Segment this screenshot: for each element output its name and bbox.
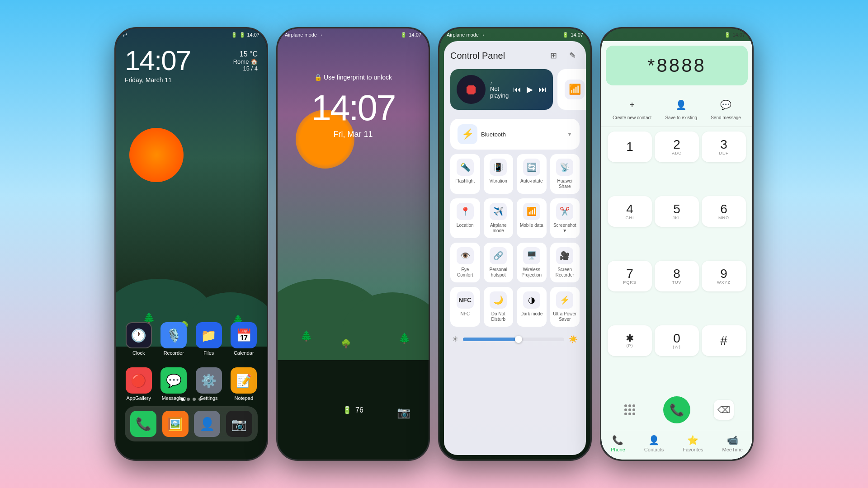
key-4[interactable]: 4 GHI — [608, 196, 652, 227]
app-messaging[interactable]: 💬 Messaging — [160, 367, 188, 401]
call-button[interactable]: 📞 — [655, 394, 699, 425]
cp-screenshot-icon: ✂️ — [556, 203, 573, 220]
key-9-num: 9 — [720, 267, 727, 280]
create-contact-action[interactable]: + Create new contact — [613, 96, 651, 120]
cp-wireless-proj-label: Wireless Projection — [519, 267, 544, 278]
cp-vibration-icon: 📳 — [490, 159, 507, 176]
cp-edit-icon[interactable]: ✎ — [565, 48, 580, 63]
cp-tile-screenshot[interactable]: ✂️ Screenshot ▼ — [550, 198, 580, 238]
app-calendar[interactable]: 📅 Calendar — [230, 322, 258, 356]
cp-tile-dnd[interactable]: 🌙 Do Not Disturb — [484, 287, 514, 327]
cp-tile-wireless-proj[interactable]: 🖥️ Wireless Projection — [517, 243, 547, 282]
cp-tile-huawei-share[interactable]: 📡 Huawei Share — [550, 154, 580, 194]
dock-photos[interactable]: 🖼️ — [161, 411, 190, 437]
cp-brightness-low-icon: ☀ — [452, 335, 458, 343]
cp-tile-hotspot[interactable]: 🔗 Personal hotspot — [484, 243, 514, 282]
cp-brightness-bar[interactable] — [463, 338, 564, 341]
keypad: 1 2 ABC 3 DEF 4 GHI 5 JKL — [601, 127, 752, 392]
status-bar-dialer: ← 🔋 14:07 — [601, 28, 752, 41]
cp-hotspot-label: Personal hotspot — [486, 267, 511, 278]
cp-wlan-tile[interactable]: 📶 WLAN — [557, 69, 586, 110]
send-message-action[interactable]: 💬 Send message — [711, 96, 741, 120]
key-6[interactable]: 6 MNO — [702, 196, 746, 227]
phone-home: 🌲 🌲 🌳 🌳 ⇄ 🔋 🔋 14:07 14:07 Friday, March … — [114, 27, 268, 461]
cp-tile-eye-comfort[interactable]: 👁️ Eye Comfort — [450, 243, 480, 282]
key-hash[interactable]: # — [702, 325, 746, 356]
delete-button[interactable]: ⌫ — [702, 394, 746, 425]
app-settings[interactable]: ⚙️ Settings — [195, 367, 223, 401]
cp-grid-icon[interactable]: ⊞ — [546, 48, 561, 63]
key-hash-num: # — [720, 334, 727, 347]
dialer-status-right: 🔋 14:07 — [724, 32, 745, 38]
key-2[interactable]: 2 ABC — [655, 131, 699, 162]
save-existing-label: Save to existing — [665, 115, 697, 120]
key-star-num: ✱ — [626, 333, 634, 343]
key-5[interactable]: 5 JKL — [655, 196, 699, 227]
cp-media-player[interactable]: ⏺ ♪ Not playing ⏮ ▶ ⏭ — [450, 69, 553, 110]
lock-date: Fri, Mar 11 — [278, 130, 429, 139]
dialer-back-arrow[interactable]: ← — [609, 32, 613, 38]
key-8[interactable]: 8 TUV — [655, 261, 699, 291]
cp-tile-flashlight[interactable]: 🔦 Flashlight — [450, 154, 480, 194]
cp-huawei-share-icon: 📡 — [556, 159, 573, 176]
nav-favorites-label: Favorites — [683, 447, 703, 452]
cp-grid-row3: 👁️ Eye Comfort 🔗 Personal hotspot 🖥️ Wir… — [450, 243, 580, 282]
nav-favorites[interactable]: ⭐ Favorites — [683, 435, 703, 452]
dialpad-toggle-btn[interactable] — [608, 394, 652, 425]
app-files-label: Files — [203, 350, 214, 356]
cp-next-btn[interactable]: ⏭ — [538, 85, 547, 94]
cp-dark-mode-icon: ◑ — [523, 291, 540, 309]
dock-contacts[interactable]: 👤 — [193, 411, 222, 437]
cp-bluetooth-tile[interactable]: ⚡ Bluetooth ▼ — [450, 119, 580, 150]
key-1[interactable]: 1 — [608, 131, 652, 162]
clock-widget: 14:07 Friday, March 11 — [125, 47, 190, 84]
cp-tile-dark-mode[interactable]: ◑ Dark mode — [517, 287, 547, 327]
create-contact-label: Create new contact — [613, 115, 651, 120]
dock-camera[interactable]: 📷 — [225, 411, 254, 437]
key-3[interactable]: 3 DEF — [702, 131, 746, 162]
nav-meetime-label: MeeTime — [722, 447, 743, 452]
nav-contacts[interactable]: 👤 Contacts — [644, 435, 664, 452]
key-0-num: 0 — [673, 332, 680, 345]
cp-play-btn[interactable]: ▶ — [527, 84, 533, 94]
app-recorder[interactable]: 🎙️ Recorder — [160, 322, 188, 356]
create-contact-icon: + — [623, 96, 641, 113]
key-0[interactable]: 0 (W) — [655, 325, 699, 356]
cp-brightness-thumb[interactable] — [515, 336, 522, 343]
nav-phone[interactable]: 📞 Phone — [611, 435, 625, 452]
cp-header-icons: ⊞ ✎ — [546, 48, 580, 63]
status-bar-home: ⇄ 🔋 🔋 14:07 — [116, 28, 267, 41]
cp-tile-airplane[interactable]: ✈️ Airplane mode — [484, 198, 514, 238]
nav-contacts-icon: 👤 — [648, 435, 660, 446]
status-bar-cp: Airplane mode → 🔋 14:07 — [439, 28, 590, 41]
nav-contacts-label: Contacts — [644, 447, 664, 452]
cp-tile-screen-recorder[interactable]: 🎥 Screen Recorder — [550, 243, 580, 282]
cp-tile-mobile-data[interactable]: 📶 Mobile data — [517, 198, 547, 238]
app-clock[interactable]: 🕐 Clock — [125, 322, 153, 356]
cp-tile-power-saver[interactable]: ⚡ Ultra Power Saver — [550, 287, 580, 327]
lock-camera-shortcut[interactable]: 📷 — [397, 406, 410, 419]
cp-airplane-label: Airplane mode — [486, 223, 511, 234]
nav-meetime[interactable]: 📹 MeeTime — [722, 435, 743, 452]
cp-mobile-data-icon: 📶 — [523, 203, 540, 220]
cp-prev-btn[interactable]: ⏮ — [513, 85, 521, 94]
battery-percent: 76 — [355, 406, 363, 414]
app-gallery[interactable]: 🔴 AppGallery — [125, 367, 153, 401]
cp-tile-autorotate[interactable]: 🔄 Auto-rotate — [517, 154, 547, 194]
cp-dnd-label: Do Not Disturb — [486, 311, 511, 322]
save-existing-action[interactable]: 👤 Save to existing — [665, 96, 697, 120]
cp-tile-nfc[interactable]: NFC NFC — [450, 287, 480, 327]
app-notepad[interactable]: 📝 Notepad — [230, 367, 258, 401]
app-files[interactable]: 📁 Files — [195, 322, 223, 356]
cp-tile-vibration[interactable]: 📳 Vibration — [484, 154, 514, 194]
cp-tile-location[interactable]: 📍 Location — [450, 198, 480, 238]
key-9[interactable]: 9 WXYZ — [702, 261, 746, 291]
dock-phone[interactable]: 📞 — [129, 411, 158, 437]
cp-airplane-icon: ✈️ — [490, 203, 507, 220]
key-star[interactable]: ✱ (P) — [608, 325, 652, 356]
cp-brightness-control: ☀ ☀️ — [450, 331, 580, 347]
fingerprint-message: 🔒 Use fingerprint to unlock — [278, 74, 429, 81]
key-7[interactable]: 7 PQRS — [608, 261, 652, 291]
cp-bluetooth-row: ⚡ Bluetooth ▼ — [450, 119, 580, 150]
battery-icon: 🔋 — [231, 32, 237, 38]
